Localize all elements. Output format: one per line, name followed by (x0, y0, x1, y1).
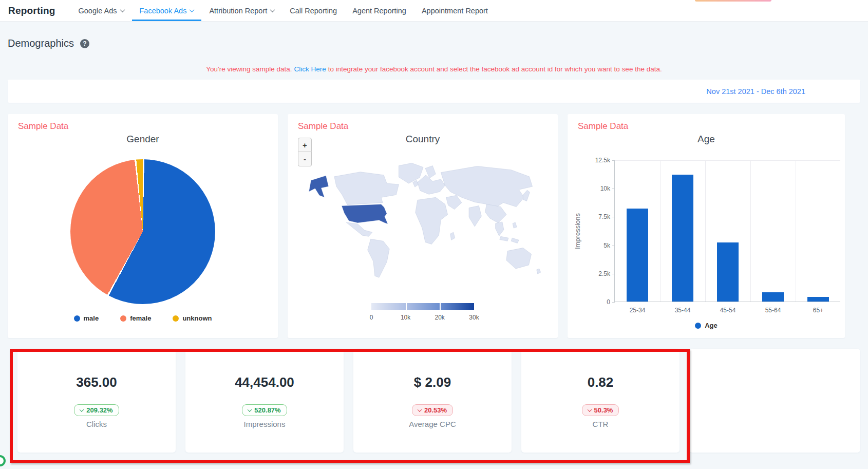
age-chart-title: Age (568, 134, 845, 145)
bar-25-34[interactable] (627, 209, 648, 302)
click-here-link[interactable]: Click Here (294, 65, 326, 73)
metric-card-average-cpc: $ 2.09 20.53% Average CPC (353, 349, 512, 453)
bar-column (660, 175, 705, 302)
scale-tick-label: 0 (370, 314, 373, 321)
chevron-down-icon (248, 407, 252, 411)
world-map[interactable] (295, 156, 550, 296)
map-uk (413, 180, 419, 187)
map-greenland (399, 163, 423, 183)
y-tick-label: 12.5k (595, 157, 610, 164)
trend-badge: 520.87% (242, 404, 287, 416)
date-range-bar: Nov 21st 2021 - Dec 6th 2021 (8, 80, 860, 103)
bar-column (796, 297, 841, 302)
metric-value: 365.00 (17, 374, 176, 390)
trend-badge: 20.53% (412, 404, 453, 416)
gridline (796, 160, 796, 302)
tab-appointment-report[interactable]: Appointment Report (414, 0, 496, 21)
help-icon[interactable]: ? (80, 39, 89, 48)
map-south-america (368, 239, 390, 277)
legend-item-age[interactable]: Age (695, 322, 718, 329)
metric-label: CTR (521, 420, 680, 428)
gender-chart-title: Gender (8, 134, 278, 145)
map-indochina (496, 222, 504, 236)
bar-35-44[interactable] (672, 175, 693, 302)
metric-label: Average CPC (353, 420, 512, 428)
metric-card-partial (689, 349, 860, 453)
sample-data-notice: You're viewing sample data.Click Hereto … (0, 65, 868, 73)
map-mexico (346, 222, 372, 236)
legend-dot (173, 315, 179, 322)
bar-55-64[interactable] (762, 292, 784, 302)
y-axis-label: Impressions (574, 213, 581, 249)
bar-column (705, 242, 750, 302)
scale-tick-label: 20k (435, 314, 445, 321)
y-tick-mark (612, 189, 615, 189)
y-tick-label: 2.5k (598, 270, 610, 277)
map-china-sea (485, 204, 506, 222)
legend-dot (120, 315, 126, 322)
trend-badge: 209.32% (74, 404, 119, 416)
map-new-zealand (537, 269, 541, 274)
metrics-row: 365.00 209.32% Clicks 44,454.00 520.87% … (17, 349, 868, 453)
bar-column (750, 292, 796, 302)
top-navigation: Reporting Google Ads Facebook Ads Attrib… (0, 0, 868, 22)
metric-value: 44,454.00 (185, 374, 344, 390)
chevron-down-icon (190, 7, 195, 12)
map-canada (334, 172, 399, 205)
tab-attribution-report[interactable]: Attribution Report (201, 0, 282, 21)
age-chart-card: Sample Data Age Impressions 02.5k5k7.5k1… (568, 114, 845, 338)
x-tick-label: 35-44 (675, 307, 691, 314)
cutoff-button-edge (695, 0, 771, 2)
chevron-down-icon (270, 7, 275, 12)
country-chart-card: Sample Data + - Country (288, 114, 558, 338)
x-tick-label: 25-34 (630, 307, 646, 314)
legend-item-female[interactable]: female (120, 314, 151, 322)
y-tick-mark (612, 302, 615, 303)
x-tick-label: 65+ (813, 307, 823, 314)
map-madagascar (450, 232, 455, 240)
map-australia (506, 248, 532, 269)
age-legend: Age (568, 322, 845, 329)
gender-pie[interactable] (70, 159, 215, 304)
map-indonesia-2 (511, 238, 519, 243)
metric-value: 0.82 (521, 374, 680, 390)
chevron-down-icon (120, 7, 125, 12)
bar-45-54[interactable] (717, 242, 739, 302)
map-zoom-controls: + - (298, 138, 312, 166)
chevron-down-icon (80, 407, 84, 411)
tab-google-ads[interactable]: Google Ads (71, 0, 132, 21)
map-indonesia-1 (500, 236, 508, 241)
y-tick-label: 10k (600, 185, 610, 192)
date-range-picker[interactable]: Nov 21st 2021 - Dec 6th 2021 (706, 87, 805, 96)
legend-item-unknown[interactable]: unknown (173, 314, 212, 322)
bar-65+[interactable] (807, 297, 829, 302)
y-tick-label: 7.5k (598, 213, 610, 220)
y-tick-mark (612, 160, 615, 161)
map-philippines (513, 222, 517, 228)
age-bar-chart: Impressions 02.5k5k7.5k10k12.5k25-3435-4… (614, 160, 840, 302)
tab-facebook-ads[interactable]: Facebook Ads (132, 0, 202, 21)
y-tick-label: 5k (603, 242, 610, 249)
tab-agent-reporting[interactable]: Agent Reporting (345, 0, 414, 21)
map-usa-alaska-highlight (309, 176, 328, 198)
chat-widget-icon[interactable] (0, 455, 6, 466)
map-zoom-in-button[interactable]: + (298, 138, 312, 152)
scale-tick-label: 10k (401, 314, 410, 321)
metric-card-ctr: 0.82 50.3% CTR (521, 349, 680, 453)
app-title: Reporting (8, 5, 55, 16)
metric-label: Impressions (185, 420, 344, 428)
x-tick-label: 55-64 (765, 307, 781, 314)
legend-dot (695, 323, 701, 329)
legend-item-male[interactable]: male (74, 314, 99, 322)
map-color-scale (371, 303, 474, 310)
map-middle-east (446, 195, 462, 209)
trend-badge: 50.3% (582, 404, 619, 416)
scale-tick-label: 30k (469, 314, 479, 321)
y-tick-label: 0 (607, 298, 610, 306)
metric-label: Clicks (17, 420, 176, 428)
map-india (469, 206, 481, 227)
map-zoom-out-button[interactable]: - (298, 152, 312, 166)
tab-call-reporting[interactable]: Call Reporting (282, 0, 345, 21)
gender-legend: malefemaleunknown (8, 314, 278, 322)
gridline (750, 160, 751, 302)
